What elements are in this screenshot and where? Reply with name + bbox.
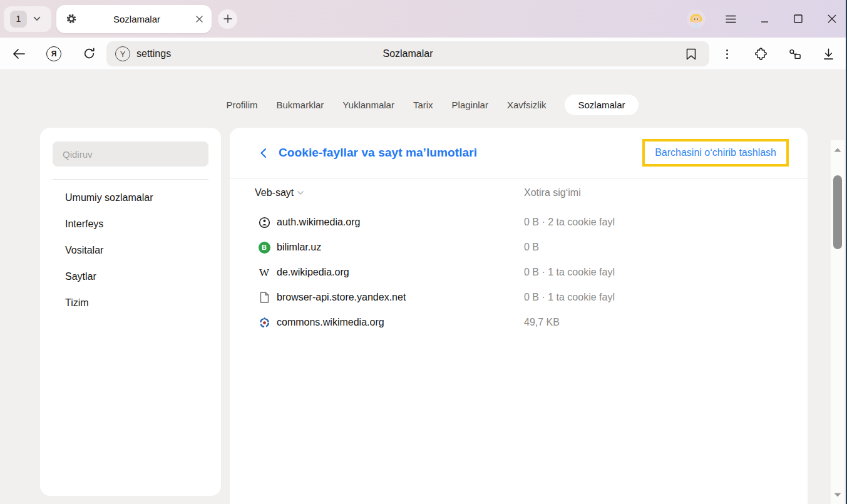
delete-all-button[interactable]: Barchasini oʻchirib tashlash [645, 141, 786, 164]
nav-tab-plaginlar[interactable]: Plaginlar [452, 100, 488, 110]
tab-strip: 1 Sozlamalar [4, 0, 237, 38]
browser-logo-icon: Y [115, 46, 130, 61]
table-row[interactable]: B bilimlar.uz 0 B [230, 235, 808, 260]
more-options-icon[interactable] [713, 41, 741, 66]
back-button[interactable] [5, 41, 33, 66]
cookies-header: Cookie-fayllar va sayt ma’lumotlari Barc… [230, 128, 808, 178]
site-name: auth.wikimedia.org [277, 217, 524, 228]
site-name: browser-api.store.yandex.net [277, 292, 524, 303]
new-tab-button[interactable] [218, 9, 237, 29]
close-window-button[interactable] [823, 10, 841, 28]
sidebar-item-vositalar[interactable]: Vositalar [53, 237, 208, 264]
vertical-scrollbar [831, 140, 844, 504]
site-name: de.wikipedia.org [277, 267, 524, 278]
bookmark-icon[interactable] [680, 43, 702, 64]
extensions-icon[interactable] [747, 41, 774, 66]
toolbar-right [713, 38, 842, 70]
settings-sidebar: Umumiy sozlamalar Interfeys Vositalar Sa… [40, 128, 221, 496]
nav-tab-yuklanmalar[interactable]: Yuklanmalar [342, 100, 394, 110]
profile-avatar[interactable] [687, 9, 706, 28]
sidebar-item-tizim[interactable]: Tizim [53, 290, 208, 316]
nav-tab-sozlamalar[interactable]: Sozlamalar [565, 95, 638, 115]
wikipedia-icon: W [258, 266, 270, 279]
address-bar-page-title: Sozlamalar [106, 48, 709, 59]
scroll-up-icon[interactable] [831, 141, 844, 158]
search-input[interactable] [53, 141, 208, 167]
back-chevron-icon[interactable] [255, 145, 271, 161]
site-list: auth.wikimedia.org 0 B · 2 ta cookie fay… [230, 210, 808, 335]
tab-sozlamalar[interactable]: Sozlamalar [56, 5, 212, 33]
column-size-label: Xotira sigʻimi [524, 187, 808, 198]
address-bar[interactable]: Y settings Sozlamalar [106, 41, 709, 66]
nav-tab-profilim[interactable]: Profilim [226, 100, 257, 110]
chevron-down-icon [33, 16, 41, 21]
nav-tab-xavfsizlik[interactable]: Xavfsizlik [507, 100, 547, 110]
letter-b-icon: B [259, 242, 270, 254]
page-title: Cookie-fayllar va sayt ma’lumotlari [279, 146, 477, 160]
settings-page: Profilim Bukmarklar Yuklanmalar Tarix Pl… [0, 70, 846, 504]
cookies-panel: Cookie-fayllar va sayt ma’lumotlari Barc… [230, 128, 808, 504]
minimize-button[interactable] [756, 10, 773, 28]
page-icon [258, 291, 270, 304]
menu-icon[interactable] [722, 10, 739, 28]
wikimedia-icon [258, 216, 270, 229]
scrollbar-thumb[interactable] [833, 175, 842, 249]
table-row[interactable]: browser-api.store.yandex.net 0 B · 1 ta … [230, 285, 808, 310]
tab-close-icon[interactable] [196, 16, 203, 23]
sort-by-site-control[interactable]: Veb-sayt [255, 187, 524, 198]
table-row[interactable]: W de.wikipedia.org 0 B · 1 ta cookie fay… [230, 260, 808, 285]
site-size: 0 B · 2 ta cookie fayl [524, 217, 808, 228]
wikimedia-commons-icon [258, 316, 270, 329]
passwords-icon[interactable] [781, 41, 808, 66]
sidebar-item-umumiy-sozlamalar[interactable]: Umumiy sozlamalar [53, 185, 208, 211]
table-row[interactable]: auth.wikimedia.org 0 B · 2 ta cookie fay… [230, 210, 808, 235]
site-size: 0 B [524, 242, 808, 253]
tab-count: 1 [10, 11, 27, 28]
gear-icon [65, 13, 78, 25]
downloads-icon[interactable] [814, 41, 842, 66]
scroll-down-icon[interactable] [831, 486, 844, 503]
site-size: 0 B · 1 ta cookie fayl [524, 267, 808, 278]
column-site-label: Veb-sayt [255, 187, 294, 198]
target-highlight-ring: Barchasini oʻchirib tashlash [642, 139, 789, 167]
yandex-logo-icon: Я [46, 46, 61, 61]
site-size: 0 B · 1 ta cookie fayl [524, 292, 808, 303]
bilimlar-favicon: B [258, 241, 270, 254]
table-header: Veb-sayt Xotira sigʻimi [230, 178, 808, 207]
sidebar-item-saytlar[interactable]: Saytlar [53, 264, 208, 290]
browser-window: 1 Sozlamalar [0, 0, 847, 504]
tab-title: Sozlamalar [78, 14, 196, 24]
nav-tab-tarix[interactable]: Tarix [413, 100, 433, 110]
sidebar-divider [53, 179, 208, 180]
nav-tab-bukmarklar[interactable]: Bukmarklar [277, 100, 324, 110]
sort-chevron-icon [297, 191, 304, 195]
settings-nav: Profilim Bukmarklar Yuklanmalar Tarix Pl… [19, 94, 846, 115]
site-name: bilimlar.uz [277, 242, 524, 253]
titlebar: 1 Sozlamalar [0, 0, 846, 38]
table-row[interactable]: commons.wikimedia.org 49,7 KB [230, 310, 808, 335]
window-controls [687, 0, 841, 38]
yandex-home-button[interactable]: Я [40, 41, 68, 66]
maximize-button[interactable] [789, 10, 807, 28]
site-name: commons.wikimedia.org [277, 317, 524, 328]
url-text: settings [136, 48, 171, 59]
sidebar-item-interfeys[interactable]: Interfeys [53, 211, 208, 237]
toolbar: Я Y settings Sozlamalar [0, 38, 846, 70]
tab-counter-button[interactable]: 1 [4, 6, 51, 32]
site-size: 49,7 KB [524, 317, 808, 328]
reload-button[interactable] [75, 41, 103, 66]
